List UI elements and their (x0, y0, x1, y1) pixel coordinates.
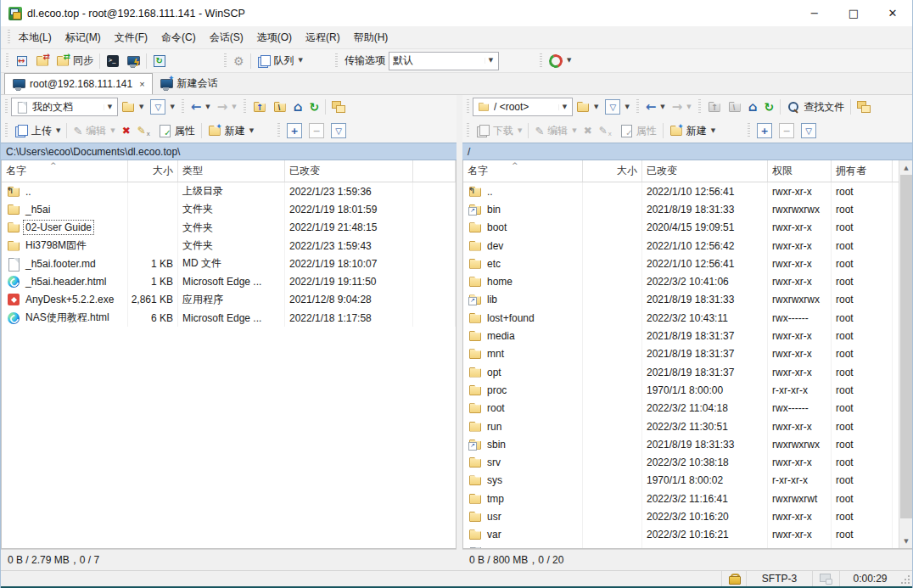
remote-scrollbar[interactable]: ▲ ▼ (899, 160, 913, 548)
table-row[interactable]: proc 1970/1/1 8:00:00 r-xr-xr-x root (463, 381, 899, 399)
menu-item[interactable]: 帮助(H) (347, 27, 395, 48)
table-row[interactable]: sys 1970/1/1 8:00:02 r-xr-xr-x root (463, 472, 899, 490)
local-parent-directory-button[interactable] (249, 97, 270, 117)
remote-delete-button[interactable]: ✖ (580, 120, 596, 141)
table-row[interactable]: bin 2021/8/19 18:31:33 rwxrwxrwx root (463, 200, 899, 218)
table-row[interactable]: .. 2022/1/10 12:56:41 rwxr-xr-x root (463, 182, 899, 200)
table-row[interactable]: media 2021/8/19 18:31:37 rwxr-xr-x root (463, 327, 899, 344)
table-row[interactable]: sbin 2021/8/19 18:31:33 rwxrwxrwx root (463, 435, 899, 453)
refresh-panels-button[interactable] (149, 51, 170, 71)
table-row[interactable]: etc 2022/1/10 12:56:41 rwxr-xr-x root (463, 255, 899, 272)
menu-item[interactable]: 选项(O) (250, 27, 299, 48)
local-expand-selection-button[interactable]: + (283, 120, 305, 141)
table-row[interactable]: boot 2020/4/15 19:09:51 rwxr-xr-x root (463, 219, 899, 237)
download-button[interactable]: 下载▼ (473, 120, 525, 141)
protocol-cell[interactable]: SFTP-3 (746, 571, 812, 586)
remote-open-directory-button[interactable]: ▼ (573, 97, 602, 117)
preferences-button[interactable]: ⚙ (230, 51, 248, 71)
table-row[interactable]: var 2022/3/2 10:16:21 rwxr-xr-x root (463, 526, 899, 544)
upload-button[interactable]: 上传▼ (11, 120, 64, 141)
column-header-owner[interactable]: 拥有者 (832, 160, 893, 182)
table-row[interactable]: .. 上级目录 2022/1/23 1:59:36 (2, 182, 456, 200)
remote-rename-button[interactable] (596, 120, 616, 141)
local-filter-button[interactable]: ▽▼ (147, 97, 177, 117)
scroll-up-icon[interactable]: ▲ (899, 160, 913, 175)
remote-expand-selection-button[interactable]: + (753, 120, 776, 141)
local-root-directory-button[interactable] (270, 97, 290, 117)
close-session-icon[interactable]: × (139, 79, 144, 89)
local-rename-button[interactable] (134, 120, 154, 141)
remote-filter-button[interactable]: ▽▼ (602, 97, 632, 117)
local-edit-button[interactable]: ✎编辑▼ (70, 120, 118, 141)
new-session-tab[interactable]: ✦ 新建会话 (153, 73, 225, 94)
table-row[interactable]: srv 2022/3/2 10:38:18 rwxr-xr-x root (463, 453, 899, 471)
table-row[interactable]: opt 2021/8/19 18:31:37 rwxr-xr-x root (463, 363, 899, 381)
remote-refresh-button[interactable]: ↻ (760, 97, 777, 117)
remote-parent-directory-button[interactable] (704, 97, 725, 117)
column-header-name[interactable]: 名字^ (463, 160, 583, 182)
table-row[interactable]: _h5ai 文件夹 2022/1/19 18:01:59 (2, 200, 456, 218)
column-header-name[interactable]: 名字^ (2, 160, 128, 182)
table-row[interactable]: home 2022/3/2 10:41:06 rwxr-xr-x root (463, 272, 899, 290)
menu-item[interactable]: 会话(S) (203, 27, 250, 48)
table-row[interactable]: lost+found 2022/3/2 10:43:11 rwx------ r… (463, 309, 899, 327)
panel-splitter[interactable] (456, 95, 462, 570)
column-header-type[interactable]: 类型 (178, 160, 285, 182)
encryption-cell[interactable] (721, 571, 746, 586)
table-row[interactable]: dev 2022/1/10 12:56:42 rwxr-xr-x root (463, 237, 899, 255)
local-delete-button[interactable]: ✖ (119, 120, 134, 141)
transfer-preset-combo[interactable]: 默认 ▼ (389, 52, 499, 70)
table-row[interactable]: usr 2022/3/2 10:16:20 rwxr-xr-x root (463, 507, 899, 525)
table-row[interactable]: lib 2021/8/19 18:31:33 rwxrwxrwx root (463, 291, 899, 309)
maximize-button[interactable]: □ (834, 0, 873, 26)
local-new-button[interactable]: 新建▼ (204, 120, 257, 141)
remote-path-bar[interactable]: / (462, 143, 913, 160)
local-home-button[interactable]: ⌂ (290, 97, 306, 117)
column-header-size[interactable]: 大小 (583, 160, 642, 182)
local-selection-filter-button[interactable]: ▽ (328, 120, 350, 141)
remote-back-button[interactable]: ←▼ (642, 97, 669, 117)
remote-properties-button[interactable]: 属性 (616, 120, 660, 141)
scrollbar-thumb[interactable] (900, 175, 912, 518)
menu-item[interactable]: 远程(R) (299, 27, 347, 48)
table-row[interactable]: 02-User Guide 文件夹 2022/1/19 21:48:15 (2, 219, 456, 237)
remote-edit-button[interactable]: ✎编辑▼ (531, 120, 580, 141)
minimize-button[interactable]: − (795, 0, 834, 26)
local-refresh-button[interactable]: ↻ (305, 97, 322, 117)
scrollbar-track[interactable] (899, 175, 913, 534)
table-row[interactable]: Hi3798M固件 文件夹 2022/1/23 1:59:43 (2, 237, 456, 255)
table-row[interactable]: _h5ai.header.html 1 KB Microsoft Edge ..… (2, 272, 456, 290)
table-row[interactable]: run 2022/3/2 11:30:51 rwxr-xr-x root (463, 417, 899, 435)
close-button[interactable]: ✕ (873, 0, 912, 26)
local-collapse-selection-button[interactable]: − (305, 120, 328, 141)
session-tab-active[interactable]: root@192.168.111.141 × (4, 73, 153, 94)
menu-item[interactable]: 命令(C) (154, 27, 203, 48)
table-row[interactable]: mnt 2021/8/19 18:31:37 rwxr-xr-x root (463, 345, 899, 363)
scroll-down-icon[interactable]: ▼ (899, 534, 913, 548)
remote-directory-combo[interactable]: / <root> ▼ (473, 98, 573, 116)
table-row[interactable]: root 2022/3/2 11:04:18 rwx------ root (463, 400, 899, 417)
column-header-changed[interactable]: 已改变 (285, 160, 413, 182)
table-row[interactable]: _h5ai.footer.md 1 KB MD 文件 2022/1/19 18:… (2, 255, 456, 272)
remote-transfer-button[interactable]: ⇄ (32, 51, 53, 71)
open-in-putty-button[interactable]: ϟ (123, 51, 143, 71)
remote-new-button[interactable]: 新建▼ (666, 120, 719, 141)
menu-item[interactable]: 本地(L) (12, 27, 59, 48)
column-header-changed[interactable]: 已改变 (642, 160, 768, 182)
table-row[interactable]: tmp 2022/3/2 11:16:41 rwxrwxrwt root (463, 490, 899, 507)
connection-cell[interactable] (812, 571, 839, 586)
remote-selection-filter-button[interactable]: ▽ (798, 120, 820, 141)
remote-root-directory-button[interactable] (725, 97, 745, 117)
queue-button[interactable]: 队列▼ (254, 51, 306, 71)
table-row[interactable]: AnyDesk+5.2.2.exe 2,861 KB 应用程序 2021/12/… (2, 291, 456, 309)
remote-collapse-selection-button[interactable]: − (776, 120, 798, 141)
column-header-size[interactable]: 大小 (128, 160, 178, 182)
resize-grip-icon[interactable] (900, 574, 910, 585)
remote-tree-button[interactable] (854, 97, 874, 117)
local-open-directory-button[interactable]: ▼ (118, 97, 147, 117)
transfer-settings-button[interactable]: ▼ (546, 51, 574, 71)
remote-home-button[interactable]: ⌂ (745, 97, 761, 117)
terminal-button[interactable] (103, 51, 123, 71)
local-properties-button[interactable]: 属性 (154, 120, 199, 141)
table-row[interactable]: NAS使用教程.html 6 KB Microsoft Edge ... 202… (2, 309, 456, 327)
